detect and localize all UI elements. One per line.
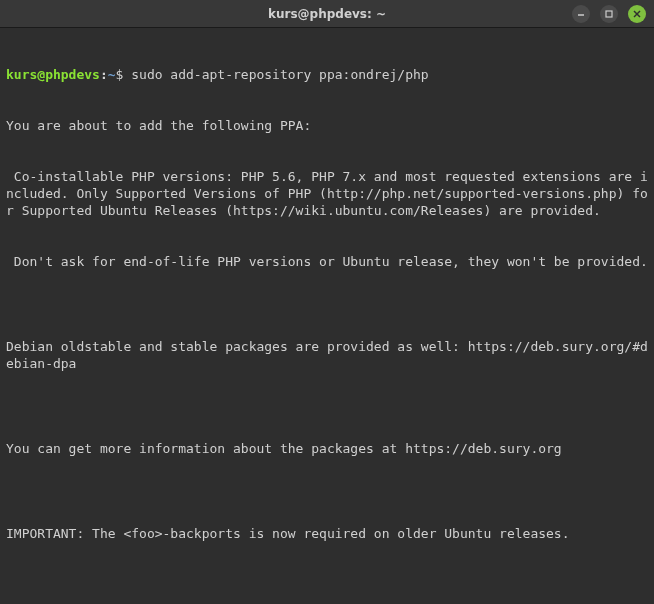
- prompt-path: ~: [108, 67, 116, 82]
- window-titlebar: kurs@phpdevs: ~: [0, 0, 654, 28]
- prompt-symbol: $: [116, 67, 124, 82]
- close-icon[interactable]: [628, 5, 646, 23]
- terminal-body[interactable]: kurs@phpdevs:~$ sudo add-apt-repository …: [0, 28, 654, 604]
- svg-rect-1: [606, 11, 612, 17]
- prompt-line: kurs@phpdevs:~$ sudo add-apt-repository …: [6, 66, 648, 83]
- window-controls: [487, 5, 647, 23]
- window-title: kurs@phpdevs: ~: [168, 7, 487, 21]
- maximize-icon[interactable]: [600, 5, 618, 23]
- minimize-icon[interactable]: [572, 5, 590, 23]
- output-line: You can get more information about the p…: [6, 440, 648, 457]
- output-line: IMPORTANT: The <foo>-backports is now re…: [6, 525, 648, 542]
- output-line: Don't ask for end-of-life PHP versions o…: [6, 253, 648, 270]
- prompt-separator: :: [100, 67, 108, 82]
- prompt-user-host: kurs@phpdevs: [6, 67, 100, 82]
- output-line: Debian oldstable and stable packages are…: [6, 338, 648, 372]
- prompt-command: sudo add-apt-repository ppa:ondrej/php: [131, 67, 428, 82]
- output-line: Co-installable PHP versions: PHP 5.6, PH…: [6, 168, 648, 219]
- output-line: You are about to add the following PPA:: [6, 117, 648, 134]
